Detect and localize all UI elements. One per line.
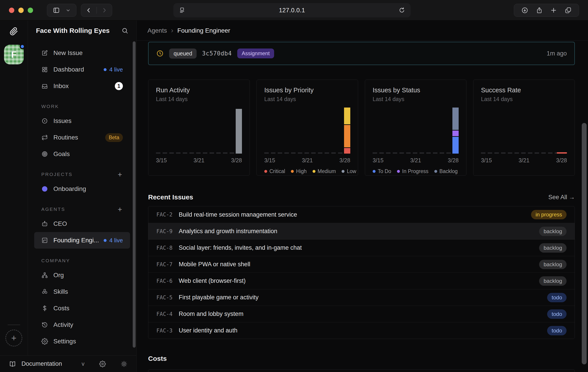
settings-gear-icon[interactable]	[99, 361, 106, 367]
version-toggle[interactable]: v	[82, 361, 85, 367]
sidebar-item-dashboard[interactable]: Dashboard 4 live	[34, 61, 130, 78]
card-subtitle: Last 14 days	[156, 96, 242, 102]
documentation-link[interactable]: Documentation	[21, 360, 62, 367]
section-label-agents: AGENTS+	[28, 203, 136, 216]
issue-title: Room and lobby system	[179, 310, 243, 317]
issue-row[interactable]: FAC-5First playable game or activitytodo	[148, 289, 575, 306]
card-issues-by-status: Issues by Status Last 14 days 3/153/213/…	[365, 80, 466, 176]
dollar-icon	[41, 305, 48, 312]
minimize-window-button[interactable]	[18, 8, 24, 13]
sidebar-item-goals[interactable]: Goals	[34, 146, 130, 162]
sidebar-toggle-icon[interactable]	[53, 7, 60, 14]
issue-title: First playable game or activity	[179, 294, 259, 301]
left-panel: F + Face With Rolling Eyes	[0, 21, 136, 372]
sidebar-item-routines[interactable]: Routines Beta	[34, 129, 130, 146]
back-button[interactable]	[85, 7, 92, 13]
issue-title: User identity and auth	[179, 327, 238, 334]
legend-item: Low	[342, 168, 356, 174]
status-badge: todo	[547, 309, 567, 319]
status-badge: backlog	[539, 243, 567, 253]
history-clock-icon	[41, 321, 48, 328]
sidebar-item-org[interactable]: Org	[34, 267, 130, 284]
card-subtitle: Last 14 days	[264, 96, 350, 102]
downloads-icon[interactable]	[521, 7, 528, 14]
see-all-link[interactable]: See All →	[548, 194, 575, 201]
status-badge: todo	[547, 293, 567, 302]
address-bar[interactable]: 127.0.0.1	[173, 3, 411, 17]
costs-title: Costs	[148, 355, 167, 362]
sidebar-scrollbar[interactable]	[133, 41, 136, 348]
success-rate-chart	[481, 108, 567, 153]
tabs-overview-icon[interactable]	[565, 7, 572, 14]
live-dot	[104, 68, 106, 71]
edit-icon	[41, 50, 48, 56]
legend-item: Backlog	[434, 168, 458, 174]
light-mode-sun-icon[interactable]	[121, 361, 127, 367]
sidebar-item-label: Settings	[53, 338, 76, 345]
section-label-company: COMPANY	[28, 254, 136, 267]
workspace-avatar[interactable]: F	[4, 45, 24, 64]
issue-title: Social layer: friends, invites, and in-g…	[179, 244, 302, 251]
issue-title: Analytics and growth instrumentation	[179, 228, 277, 235]
sidebar-item-label: New Issue	[53, 49, 83, 56]
sidebar-item-founding-engineer[interactable]: Founding Engi... 4 live	[34, 232, 130, 249]
issue-row[interactable]: FAC-3User identity and authtodo	[148, 322, 575, 339]
sidebar-item-label: Onboarding	[53, 185, 86, 193]
chart-legend: To DoIn ProgressBacklog	[373, 168, 459, 174]
live-dot	[104, 239, 106, 242]
search-icon[interactable]	[122, 27, 128, 34]
issue-id: FAC-9	[156, 228, 174, 234]
share-icon[interactable]	[536, 7, 543, 14]
clock-icon	[156, 50, 164, 57]
reader-mode-icon[interactable]	[179, 7, 185, 14]
close-window-button[interactable]	[9, 8, 14, 13]
sidebar: Face With Rolling Eyes New Issue	[28, 21, 136, 355]
main-scrollbar[interactable]	[582, 123, 587, 364]
sidebar-item-label: CEO	[53, 220, 67, 227]
sidebar-item-skills[interactable]: Skills	[34, 284, 130, 300]
unread-count-badge: 1	[115, 82, 123, 90]
sidebar-item-label: Routines	[53, 134, 78, 141]
chevron-down-icon[interactable]	[66, 8, 71, 13]
issue-title: Web client (browser-first)	[179, 277, 246, 284]
issue-row[interactable]: FAC-2Build real-time session management …	[148, 206, 575, 223]
recent-issues-header: Recent Issues See All →	[148, 192, 575, 202]
issue-row[interactable]: FAC-4Room and lobby systemtodo	[148, 306, 575, 322]
issue-id: FAC-6	[156, 278, 174, 284]
reload-icon[interactable]	[399, 7, 405, 14]
section-label-projects: PROJECTS+	[28, 168, 136, 181]
issue-row[interactable]: FAC-7Mobile PWA or native shellbacklog	[148, 256, 575, 273]
sidebar-item-issues[interactable]: Issues	[34, 113, 130, 129]
card-title: Success Rate	[481, 87, 567, 94]
sidebar-item-onboarding[interactable]: Onboarding	[34, 181, 130, 197]
bar-segment	[344, 125, 350, 147]
forward-button[interactable]	[101, 7, 107, 13]
status-badge: in progress	[531, 210, 567, 219]
sidebar-item-label: Dashboard	[53, 66, 84, 73]
zero-value-marker	[557, 152, 567, 153]
browser-toolbar: 127.0.0.1	[0, 0, 588, 21]
issue-row[interactable]: FAC-8Social layer: friends, invites, and…	[148, 240, 575, 256]
card-title: Issues by Priority	[264, 87, 350, 94]
event-type-badge: Assignment	[237, 48, 274, 58]
sidebar-item-settings[interactable]: Settings	[34, 333, 130, 350]
breadcrumb-section[interactable]: Agents	[147, 27, 167, 34]
legend-dot	[434, 170, 437, 173]
org-chart-icon	[41, 272, 48, 279]
issue-row[interactable]: FAC-6Web client (browser-first)backlog	[148, 273, 575, 289]
sidebar-item-ceo[interactable]: CEO	[34, 216, 130, 232]
sidebar-item-activity[interactable]: Activity	[34, 317, 130, 333]
sidebar-item-label: Goals	[53, 151, 70, 158]
issue-list: FAC-2Build real-time session management …	[148, 206, 575, 339]
run-event-banner[interactable]: queued 3c570db4 Assignment 1m ago	[148, 42, 575, 65]
issue-id: FAC-5	[156, 295, 174, 301]
bar-segment	[452, 137, 459, 153]
add-workspace-button[interactable]: +	[5, 329, 22, 347]
legend-item: To Do	[373, 168, 391, 174]
sidebar-item-new-issue[interactable]: New Issue	[34, 45, 130, 61]
sidebar-item-inbox[interactable]: Inbox 1	[34, 78, 130, 94]
zoom-window-button[interactable]	[28, 8, 33, 13]
issue-row[interactable]: FAC-9Analytics and growth instrumentatio…	[148, 223, 575, 240]
sidebar-item-costs[interactable]: Costs	[34, 300, 130, 317]
new-tab-icon[interactable]	[550, 7, 557, 14]
